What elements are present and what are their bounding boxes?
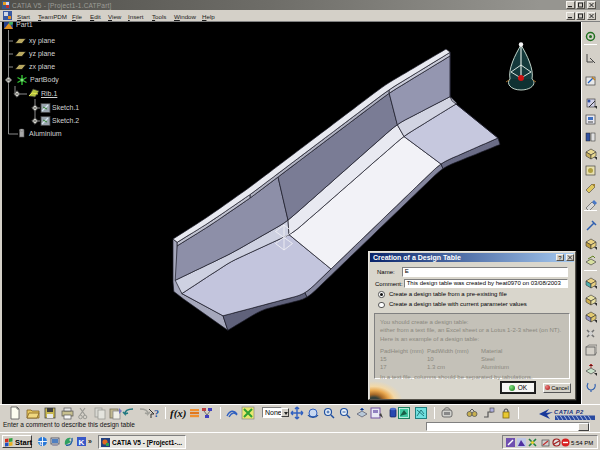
svg-text:f(x): f(x) (170, 407, 187, 420)
svg-text:CATIA P2: CATIA P2 (554, 409, 584, 415)
svg-text:e: e (40, 438, 44, 447)
svg-text:?: ? (154, 408, 159, 419)
svg-text:K: K (79, 438, 85, 447)
